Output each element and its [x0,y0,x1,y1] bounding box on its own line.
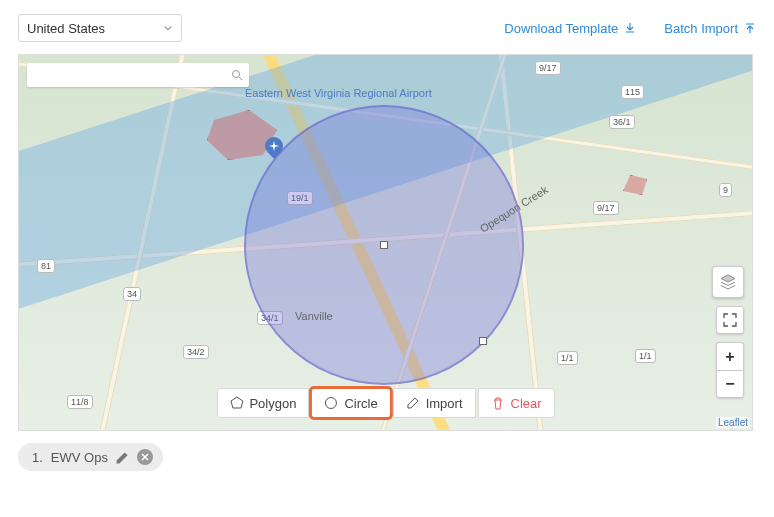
batch-import-link[interactable]: Batch Import [664,21,756,36]
zone-index: 1. [32,450,43,465]
zone-name: EWV Ops [51,450,108,465]
download-icon [624,22,636,34]
expand-icon [723,313,737,327]
remove-zone-button[interactable] [137,449,153,465]
route-shield: 115 [621,85,644,99]
polygon-icon [229,396,243,410]
clear-tool-button[interactable]: Clear [477,388,554,418]
svg-point-0 [233,71,240,78]
circle-center-handle[interactable] [380,241,388,249]
circle-tool-label: Circle [344,396,377,411]
edit-icon [406,396,420,410]
batch-import-label: Batch Import [664,21,738,36]
circle-icon [324,396,338,410]
circle-radius-handle[interactable] [479,337,487,345]
route-shield: 11/8 [67,395,93,409]
zoom-out-button[interactable]: − [716,370,744,398]
route-shield: 34 [123,287,141,301]
route-shield: 1/1 [557,351,578,365]
drawing-toolbar: Polygon Circle Import Clear [216,388,554,418]
map-search-box[interactable] [27,63,249,87]
route-shield: 1/1 [635,349,656,363]
route-shield: 36/1 [609,115,635,129]
download-template-link[interactable]: Download Template [504,21,636,36]
map-area[interactable]: 9/17 9/17 36/1 115 19/1 34/1 34/2 34 11/… [18,54,753,431]
circle-tool-button[interactable]: Circle [311,388,390,418]
import-tool-button[interactable]: Import [393,388,476,418]
trash-icon [490,396,504,410]
svg-point-1 [326,398,337,409]
close-icon [141,453,149,461]
polygon-tool-label: Polygon [249,396,296,411]
route-shield: 9/17 [535,61,561,75]
layers-icon [719,273,737,291]
country-select[interactable]: United States [18,14,182,42]
layers-button[interactable] [712,266,744,298]
import-tool-label: Import [426,396,463,411]
country-select-value: United States [27,21,163,36]
fullscreen-button[interactable] [716,306,744,334]
download-template-label: Download Template [504,21,618,36]
town-label: Vanville [295,310,333,322]
route-shield: 9/17 [593,201,619,215]
route-shield: 81 [37,259,55,273]
zone-chip: 1. EWV Ops [18,443,163,471]
route-shield: 34/2 [183,345,209,359]
map-search-input[interactable] [33,68,231,82]
zoom-in-button[interactable]: + [716,342,744,370]
import-icon [744,22,756,34]
pencil-icon[interactable] [116,451,129,464]
route-shield: 9 [719,183,732,197]
map-attribution[interactable]: Leaflet [716,417,750,428]
polygon-tool-button[interactable]: Polygon [216,388,309,418]
airport-label: Eastern West Virginia Regional Airport [245,87,432,99]
search-icon [231,69,243,81]
clear-tool-label: Clear [510,396,541,411]
chevron-down-icon [163,23,173,33]
